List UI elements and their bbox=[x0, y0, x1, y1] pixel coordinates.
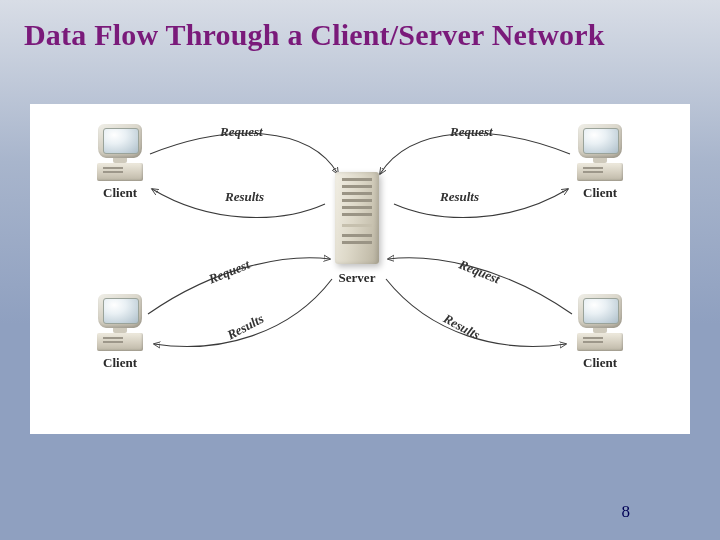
monitor-icon bbox=[578, 294, 622, 330]
label-bl-request: Request bbox=[207, 257, 253, 288]
monitor-icon bbox=[98, 294, 142, 330]
label-tr-results: Results bbox=[440, 189, 479, 205]
page-number: 8 bbox=[622, 502, 631, 522]
label-tr-request: Request bbox=[450, 124, 493, 140]
desktop-box-icon bbox=[577, 333, 623, 351]
client-label: Client bbox=[85, 355, 155, 371]
client-label: Client bbox=[85, 185, 155, 201]
label-br-results: Results bbox=[441, 311, 483, 343]
desktop-box-icon bbox=[97, 333, 143, 351]
slide-title: Data Flow Through a Client/Server Networ… bbox=[0, 0, 720, 64]
server-node: Server bbox=[335, 172, 379, 286]
client-bottom-right: Client bbox=[565, 294, 635, 371]
label-tl-request: Request bbox=[220, 124, 263, 140]
arrow-tr-results bbox=[394, 189, 568, 218]
server-label: Server bbox=[335, 270, 379, 286]
label-br-request: Request bbox=[457, 257, 503, 288]
desktop-box-icon bbox=[577, 163, 623, 181]
desktop-box-icon bbox=[97, 163, 143, 181]
client-bottom-left: Client bbox=[85, 294, 155, 371]
client-label: Client bbox=[565, 185, 635, 201]
server-icon bbox=[335, 172, 379, 264]
monitor-icon bbox=[578, 124, 622, 160]
diagram: Server Client Client Client Client bbox=[30, 104, 690, 434]
label-tl-results: Results bbox=[225, 189, 264, 205]
client-top-left: Client bbox=[85, 124, 155, 201]
client-top-right: Client bbox=[565, 124, 635, 201]
monitor-icon bbox=[98, 124, 142, 160]
client-label: Client bbox=[565, 355, 635, 371]
label-bl-results: Results bbox=[225, 311, 267, 343]
